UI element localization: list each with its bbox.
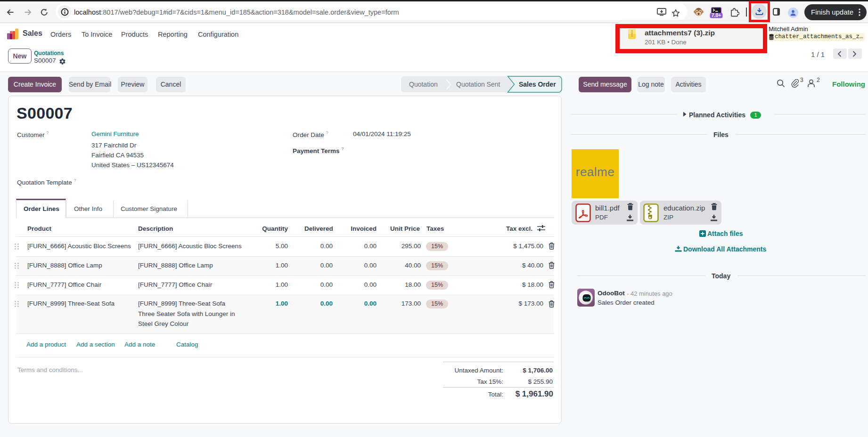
svg-text:7.0+: 7.0+: [712, 12, 721, 18]
